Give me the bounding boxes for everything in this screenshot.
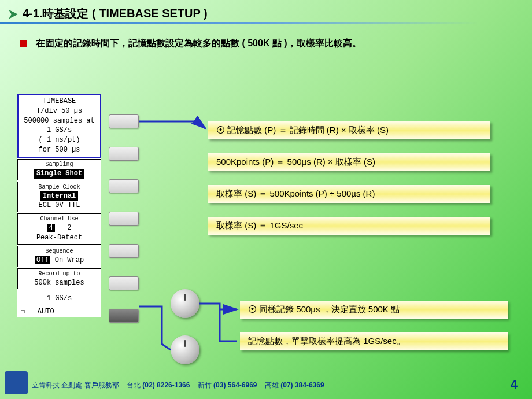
softkey-6[interactable] xyxy=(109,276,139,290)
footer-text: 立肯科技 企劃處 客戶服務部 台北 (02) 8226-1366 新竹 (03)… xyxy=(32,380,324,390)
company-logo-icon xyxy=(5,371,28,394)
sampling-value[interactable]: Single Shot xyxy=(34,169,84,179)
top-knob[interactable] xyxy=(171,289,200,318)
softkey-5[interactable] xyxy=(109,244,139,258)
tb-tdiv: T/div 50 µs xyxy=(19,106,100,116)
tb-nspt: ( 1 ns/pt) xyxy=(19,135,100,145)
tb-for: for 500 µs xyxy=(19,145,100,155)
softkey-column xyxy=(109,114,139,341)
record-section: Record up to 500k samples xyxy=(17,268,101,290)
softkey-7[interactable] xyxy=(109,309,139,323)
sampling-section: Sampling Single Shot xyxy=(17,159,101,180)
equation-3: 取樣率 (S) ＝ 500Kpoints (P) ÷ 500µs (R) xyxy=(208,185,490,203)
sampling-label: Sampling xyxy=(18,161,101,169)
sequence-value[interactable]: Off xyxy=(35,256,51,264)
softkey-2[interactable] xyxy=(109,147,139,161)
record-label: Record up to xyxy=(18,270,101,278)
tb-samples: 500000 samples at xyxy=(19,116,100,126)
header-underline xyxy=(0,22,532,24)
channel-label: Channel Use xyxy=(18,215,101,223)
channel-selected[interactable]: 4 xyxy=(47,224,54,232)
softkey-3[interactable] xyxy=(109,179,139,193)
main-bullet: 在固定的記錄時間下，記憶點數設定為較多的點數 ( 500K 點 )，取樣率比較高… xyxy=(20,38,361,50)
auto-label: ☐ AUTO xyxy=(17,307,101,317)
record-value: 500k samples xyxy=(18,278,101,288)
page-number: 4 xyxy=(511,377,518,392)
timebase-info-box: TIMEBASE T/div 50 µs 500000 samples at 1… xyxy=(17,94,101,158)
sequence-section: Sequence Off On Wrap xyxy=(17,246,101,267)
bottom-knob[interactable] xyxy=(171,335,200,364)
clock-options: ECL 0V TTL xyxy=(18,201,101,210)
equation-4: 取樣率 (S) ＝ 1GS/sec xyxy=(208,217,490,235)
equation-2: 500Kpoints (P) ＝ 500µs (R) × 取樣率 (S) xyxy=(208,153,490,171)
channel-section: Channel Use 4 2 Peak-Detect xyxy=(17,213,101,245)
page-title: 4-1.時基設定 ( TIMEBASE SETUP ) xyxy=(9,6,208,21)
softkey-1[interactable] xyxy=(109,114,139,128)
sequence-label: Sequence xyxy=(18,247,101,256)
clock-value[interactable]: Internal xyxy=(40,191,79,201)
timebase-panel: TIMEBASE T/div 50 µs 500000 samples at 1… xyxy=(17,94,101,317)
tb-rate: 1 GS/s xyxy=(19,125,100,135)
channel-mode: Peak-Detect xyxy=(18,233,101,243)
equation-1: ⦿ 記憶點數 (P) ＝ 記錄時間 (R) × 取樣率 (S) xyxy=(208,121,490,139)
clock-label: Sample Clock xyxy=(18,183,101,191)
gss-value: 1 GS/s xyxy=(17,294,101,304)
tb-title: TIMEBASE xyxy=(19,97,100,106)
channel-alt[interactable]: 2 xyxy=(67,224,71,232)
equation-6: 記憶點數，單擊取樣率提高為 1GS/sec。 xyxy=(240,332,508,350)
sequence-mode: On Wrap xyxy=(55,256,84,264)
equation-5: ⦿ 同樣記錄 500µs ，決定置放 500K 點 xyxy=(240,301,508,319)
clock-section: Sample Clock Internal ECL 0V TTL xyxy=(17,182,101,213)
softkey-4[interactable] xyxy=(109,212,139,226)
